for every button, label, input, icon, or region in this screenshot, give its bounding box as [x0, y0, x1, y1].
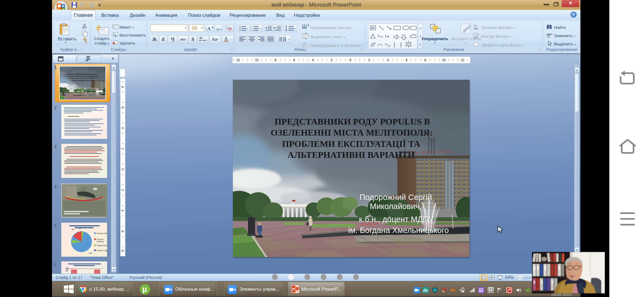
svg-text:8: 8 — [275, 58, 277, 62]
svg-text:▾: ▾ — [247, 27, 248, 30]
svg-text:34: 34 — [72, 228, 74, 231]
svg-text:8: 8 — [424, 58, 426, 62]
svg-text:2: 2 — [121, 148, 125, 150]
svg-text:1: 1 — [251, 26, 252, 28]
svg-text:час: час — [547, 36, 551, 38]
svg-text:8: 8 — [121, 250, 125, 252]
svg-text:A: A — [216, 27, 219, 31]
svg-text:12: 12 — [461, 58, 465, 62]
svg-text:2: 2 — [331, 58, 333, 62]
svg-text:6: 6 — [121, 230, 125, 232]
svg-text:8: 8 — [121, 86, 125, 88]
svg-text:AV: AV — [199, 36, 203, 40]
svg-text:0: 0 — [121, 168, 125, 170]
svg-text:Populus: Populus — [97, 238, 104, 241]
svg-text:Populus alba: Populus alba — [97, 244, 107, 247]
svg-text:▾: ▾ — [289, 38, 290, 41]
svg-text:4: 4 — [121, 127, 125, 129]
svg-text:Populus italica: Populus italica — [97, 232, 107, 235]
svg-text:P: P — [293, 287, 295, 292]
svg-text:A: A — [224, 36, 228, 41]
svg-text:4: 4 — [121, 210, 125, 211]
svg-text:▾: ▾ — [206, 39, 208, 42]
svg-text:3: 3 — [251, 29, 252, 31]
svg-text:4: 4 — [312, 58, 314, 62]
svg-text:A: A — [307, 23, 310, 27]
svg-text:Populus nigra: Populus nigra — [97, 249, 107, 252]
svg-text:6: 6 — [121, 106, 125, 108]
svg-text:▾: ▾ — [230, 38, 231, 41]
svg-text:12: 12 — [236, 58, 240, 62]
svg-text:µ: µ — [142, 284, 147, 293]
svg-text:2: 2 — [251, 28, 252, 29]
svg-text:Z: Z — [434, 288, 436, 292]
svg-text:0: 0 — [350, 58, 351, 62]
svg-text:6: 6 — [293, 58, 295, 62]
svg-text:242: 242 — [89, 252, 92, 254]
svg-text:10: 10 — [442, 58, 446, 62]
svg-text:▾: ▾ — [260, 27, 261, 30]
svg-text:bolleana: bolleana — [97, 241, 104, 243]
svg-text:2: 2 — [121, 189, 125, 191]
svg-text:▾: ▾ — [294, 27, 296, 30]
svg-text:12: 12 — [79, 227, 81, 230]
svg-text:A: A — [207, 26, 211, 31]
svg-text:A≡: A≡ — [371, 26, 375, 29]
svg-text:10: 10 — [255, 58, 259, 62]
svg-text:2: 2 — [368, 58, 370, 62]
svg-text:6: 6 — [406, 58, 408, 62]
svg-text:4: 4 — [387, 58, 389, 62]
